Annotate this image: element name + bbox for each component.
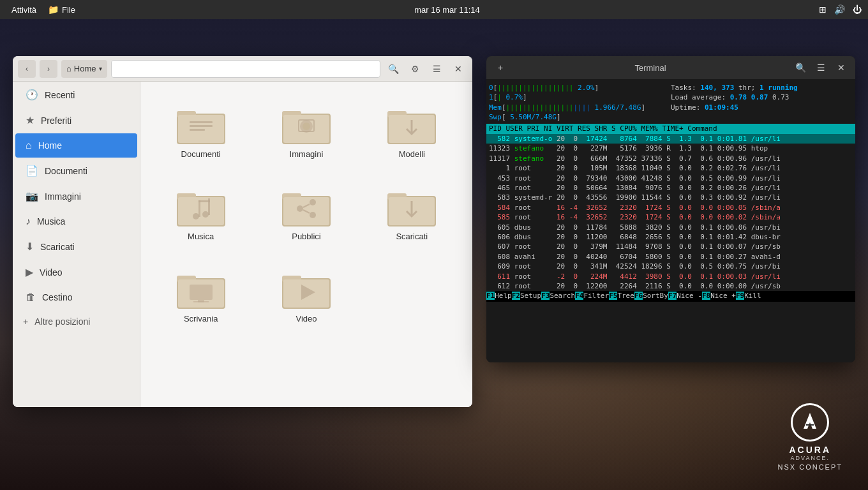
sidebar-item-altre-posizioni[interactable]: + Altre posizioni	[13, 310, 140, 333]
svg-rect-3	[190, 121, 213, 123]
scaricati-icon: ⬇	[26, 241, 34, 253]
sidebar-label-immagini: Immagini	[45, 191, 81, 202]
power-icon[interactable]: ⏻	[853, 4, 862, 15]
cestino-icon: 🗑	[26, 292, 36, 303]
location-bar[interactable]	[111, 60, 380, 78]
folder-scrivania[interactable]: Scrivania	[153, 259, 248, 331]
sidebar-item-musica[interactable]: ♪ Musica	[15, 209, 137, 234]
terminal-titlebar: + Terminal 🔍 ☰ ✕	[486, 56, 855, 79]
sidebar-item-immagini[interactable]: 📷 Immagini	[15, 184, 137, 209]
add-icon: +	[23, 316, 28, 327]
home-sidebar-icon: ⌂	[26, 140, 32, 151]
close-button[interactable]: ✕	[449, 60, 467, 78]
terminal-search-button[interactable]: 🔍	[793, 60, 808, 75]
folder-documenti[interactable]: Documenti	[153, 94, 248, 167]
immagini-folder-icon	[281, 102, 332, 145]
sidebar-item-home[interactable]: ⌂ Home	[15, 133, 137, 158]
svg-rect-39	[193, 301, 209, 302]
folder-label-documenti: Documenti	[181, 149, 221, 159]
svg-rect-20	[198, 200, 200, 217]
network-icon[interactable]: ⊞	[819, 4, 827, 15]
folder-modelli[interactable]: Modelli	[364, 94, 460, 167]
home-button[interactable]: ⌂ Home ▾	[61, 60, 107, 78]
terminal-menu-button[interactable]: ☰	[813, 60, 828, 75]
sidebar-label-home: Home	[38, 140, 62, 151]
sidebar-item-cestino[interactable]: 🗑 Cestino	[15, 285, 137, 309]
video-folder-icon	[281, 267, 332, 310]
terminal-title: Terminal	[513, 63, 788, 73]
sidebar-item-preferiti[interactable]: ★ Preferiti	[15, 108, 137, 133]
activities-button[interactable]: Attività	[6, 5, 41, 15]
scaricati-folder-icon	[386, 184, 437, 228]
scrivania-folder-icon	[176, 267, 227, 310]
musica-folder-icon	[176, 184, 227, 228]
app-menu[interactable]: 📁 File	[48, 4, 75, 15]
sidebar-label-altre: Altre posizioni	[34, 316, 90, 327]
search-button[interactable]: 🔍	[384, 60, 402, 78]
svg-point-18	[193, 213, 199, 219]
folder-label-musica: Musica	[188, 232, 214, 241]
file-app-icon: 📁	[48, 4, 59, 15]
folder-scaricati[interactable]: Scaricati	[364, 177, 460, 249]
sidebar: 🕐 Recenti ★ Preferiti ⌂ Home 📄 Documenti…	[13, 82, 140, 407]
datetime: mar 16 mar 11:14	[414, 5, 480, 15]
volume-icon[interactable]: 🔊	[834, 4, 845, 15]
sidebar-item-documenti[interactable]: 📄 Documenti	[15, 158, 137, 183]
terminal-window: + Terminal 🔍 ☰ ✕ 0[|||||||||||||||||| 2.…	[486, 56, 855, 362]
folder-immagini[interactable]: Immagini	[258, 94, 354, 167]
terminal-content: 0[|||||||||||||||||| 2.0%] 1[| 0.7%]Mem[…	[486, 79, 855, 362]
svg-rect-4	[190, 125, 213, 127]
sidebar-item-scaricati[interactable]: ⬇ Scaricati	[15, 234, 137, 259]
folder-pubblici[interactable]: Pubblici	[258, 177, 354, 249]
documenti-icon: 📄	[26, 165, 38, 177]
svg-point-26	[297, 205, 303, 212]
folder-grid: Documenti Immagini	[153, 94, 460, 331]
sidebar-label-documenti: Documenti	[45, 166, 87, 176]
acura-model: NSX CONCEPT	[778, 463, 842, 471]
app-name: File	[62, 5, 75, 15]
topbar: Attività 📁 File mar 16 mar 11:14 ⊞ 🔊 ⏻	[0, 0, 868, 19]
sidebar-label-scaricati: Scaricati	[40, 242, 75, 252]
acura-sub: ADVANCE.	[778, 455, 842, 461]
folder-video[interactable]: Video	[258, 259, 354, 331]
forward-button[interactable]: ›	[40, 60, 57, 78]
sidebar-label-preferiti: Preferiti	[41, 115, 71, 126]
folder-label-video: Video	[296, 314, 317, 323]
acura-logo: ACURA ADVANCE. NSX CONCEPT	[778, 403, 842, 471]
file-manager-body: 🕐 Recenti ★ Preferiti ⌂ Home 📄 Documenti…	[13, 82, 472, 407]
home-icon: ⌂	[66, 64, 71, 73]
sidebar-item-video[interactable]: ▶ Video	[15, 260, 137, 285]
svg-point-28	[310, 212, 316, 218]
folder-label-scrivania: Scrivania	[184, 314, 218, 323]
recenti-icon: 🕐	[26, 89, 38, 101]
terminal-close-button[interactable]: ✕	[834, 60, 849, 75]
pubblici-folder-icon	[281, 184, 332, 228]
folder-label-modelli: Modelli	[399, 149, 425, 159]
musica-icon: ♪	[26, 216, 31, 227]
sort-button[interactable]: ☰	[428, 60, 445, 78]
immagini-icon: 📷	[26, 190, 38, 202]
folder-label-pubblici: Pubblici	[292, 232, 321, 241]
folder-label-scaricati: Scaricati	[396, 232, 428, 241]
svg-rect-5	[190, 129, 205, 131]
documenti-folder-icon	[176, 102, 227, 145]
video-icon: ▶	[26, 266, 33, 278]
acura-brand: ACURA	[778, 445, 842, 455]
svg-rect-37	[190, 285, 213, 300]
svg-point-10	[303, 122, 310, 130]
sidebar-item-recenti[interactable]: 🕐 Recenti	[15, 82, 137, 107]
sidebar-label-cestino: Cestino	[42, 292, 72, 302]
back-button[interactable]: ‹	[18, 60, 36, 78]
content-area: Documenti Immagini	[140, 82, 472, 407]
folder-label-immagini: Immagini	[290, 149, 324, 159]
sidebar-label-recenti: Recenti	[45, 90, 75, 100]
svg-rect-22	[198, 200, 210, 202]
home-label: Home	[74, 64, 96, 73]
svg-point-19	[202, 211, 209, 218]
acura-ring	[791, 403, 829, 442]
file-manager-window: ‹ › ⌂ Home ▾ 🔍 ⚙ ☰ ✕ 🕐 Recenti ★	[13, 56, 472, 407]
file-manager-titlebar: ‹ › ⌂ Home ▾ 🔍 ⚙ ☰ ✕	[13, 56, 472, 82]
view-options-button[interactable]: ⚙	[406, 60, 424, 78]
folder-musica[interactable]: Musica	[153, 177, 248, 249]
terminal-add-tab-button[interactable]: +	[493, 60, 508, 75]
